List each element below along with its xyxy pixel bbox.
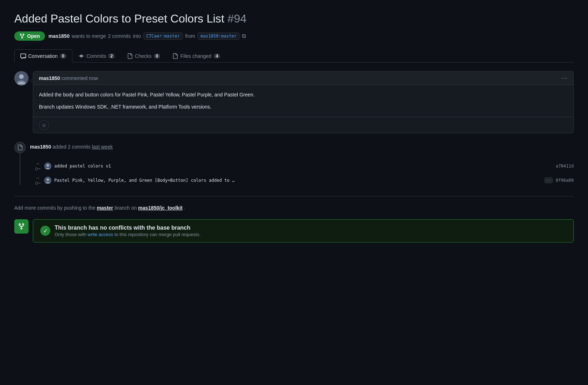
pr-tabs: Conversation 0 Commits 2 Checks 0 Files …: [14, 49, 574, 62]
commit-item: –○– Pastel Pink, Yellow, Purple, and Gre…: [34, 173, 574, 188]
commits-timeline: mas1850 added 2 commits last week –○– ad…: [14, 142, 574, 188]
timeline-content: mas1850 added 2 commits last week: [30, 142, 574, 153]
pr-title: Added Pastel Colors to Preset Colors Lis…: [14, 11, 574, 26]
tab-conversation-count: 0: [60, 54, 67, 59]
comment-line2: Branch updates Windows SDK, .NET framewo…: [39, 103, 568, 111]
commit-hash-2[interactable]: 0f96a09: [556, 178, 574, 183]
commit-expand-button[interactable]: ···: [544, 178, 553, 183]
tab-files-count: 4: [214, 54, 220, 59]
timeline-time[interactable]: last week: [92, 144, 113, 150]
repo-link[interactable]: mas1850/jc_toolkit: [138, 205, 183, 211]
source-branch[interactable]: mas1850:master: [197, 32, 240, 40]
branch-link[interactable]: master: [97, 205, 113, 211]
commit-message-2[interactable]: Pastel Pink, Yellow, Purple, and Green […: [54, 178, 542, 183]
merge-status-container: ✓ This branch has no conflicts with the …: [14, 219, 574, 242]
commit-hash-1[interactable]: a70411d: [556, 164, 574, 169]
conversation-icon: [20, 53, 26, 59]
tab-checks[interactable]: Checks 0: [121, 49, 166, 62]
copy-icon[interactable]: ⧉: [242, 33, 246, 39]
commits-icon: [78, 53, 84, 59]
comment-bubble: mas1850 commented now ··· Added the body…: [33, 71, 574, 133]
pr-meta-description: mas1850 wants to merge 2 commits into CT…: [49, 32, 246, 40]
add-commits-text: Add more commits by pushing to the maste…: [14, 205, 574, 211]
commit-avatar-1: [44, 162, 51, 170]
pr-number: #94: [228, 12, 247, 25]
merge-status-box: ✓ This branch has no conflicts with the …: [33, 219, 574, 242]
timeline-vertical-line: [20, 153, 20, 185]
merge-check-icon: ✓: [40, 226, 50, 236]
tab-conversation-label: Conversation: [28, 53, 58, 59]
files-changed-icon: [172, 53, 178, 59]
tab-conversation[interactable]: Conversation 0: [14, 49, 72, 62]
comment-body: Added the body and button colors for Pas…: [33, 85, 573, 117]
svg-point-3: [19, 74, 24, 79]
merge-status-text: This branch has no conflicts with the ba…: [55, 225, 201, 237]
merge-status-title: This branch has no conflicts with the ba…: [55, 225, 201, 231]
comment-section: mas1850 commented now ··· Added the body…: [14, 71, 574, 133]
commit-message-1[interactable]: added pastel colors v1: [54, 164, 553, 169]
tab-files-changed[interactable]: Files changed 4: [166, 49, 226, 62]
tab-commits-label: Commits: [86, 53, 106, 59]
commit-branch-icon-2: –○–: [34, 175, 41, 185]
write-access-link[interactable]: write access: [88, 232, 113, 237]
timeline-actor[interactable]: mas1850: [30, 144, 51, 150]
timeline-item-commits-added: mas1850 added 2 commits last week: [14, 142, 574, 153]
badge-label: Open: [27, 33, 40, 39]
emoji-reaction-button[interactable]: ☺: [39, 120, 49, 130]
section-divider: [14, 196, 574, 196]
comment-header: mas1850 commented now ···: [33, 71, 573, 85]
timeline-icon-commits: [14, 142, 26, 153]
checks-icon: [127, 53, 133, 59]
status-badge: Open: [14, 31, 45, 41]
commit-list: –○– added pastel colors v1 a70411d –○– P…: [34, 159, 574, 188]
avatar: [14, 71, 29, 85]
comment-time: commented now: [61, 75, 98, 81]
target-branch[interactable]: CTCaer:master: [143, 32, 183, 40]
merge-git-icon: [14, 219, 29, 234]
commit-branch-icon: –○–: [34, 161, 41, 171]
commit-avatar-2: [44, 177, 51, 184]
git-merge-icon: [19, 33, 25, 39]
commit-item: –○– added pastel colors v1 a70411d: [34, 159, 574, 173]
tab-commits[interactable]: Commits 2: [72, 49, 121, 62]
pr-title-text: Added Pastel Colors to Preset Colors Lis…: [14, 12, 224, 25]
comment-author[interactable]: mas1850: [39, 75, 60, 81]
tab-checks-count: 0: [154, 54, 161, 59]
comment-line1: Added the body and button colors for Pas…: [39, 91, 568, 99]
comment-footer: ☺: [33, 117, 573, 133]
svg-point-5: [47, 164, 49, 166]
tab-files-label: Files changed: [180, 53, 211, 59]
merge-status-subtitle: Only those with write access to this rep…: [55, 232, 201, 237]
pr-meta: Open mas1850 wants to merge 2 commits in…: [14, 31, 574, 41]
tab-checks-label: Checks: [135, 53, 152, 59]
tab-commits-count: 2: [108, 54, 115, 59]
comment-menu-button[interactable]: ···: [561, 74, 568, 82]
svg-point-7: [47, 178, 49, 181]
pr-author: mas1850: [49, 33, 70, 39]
